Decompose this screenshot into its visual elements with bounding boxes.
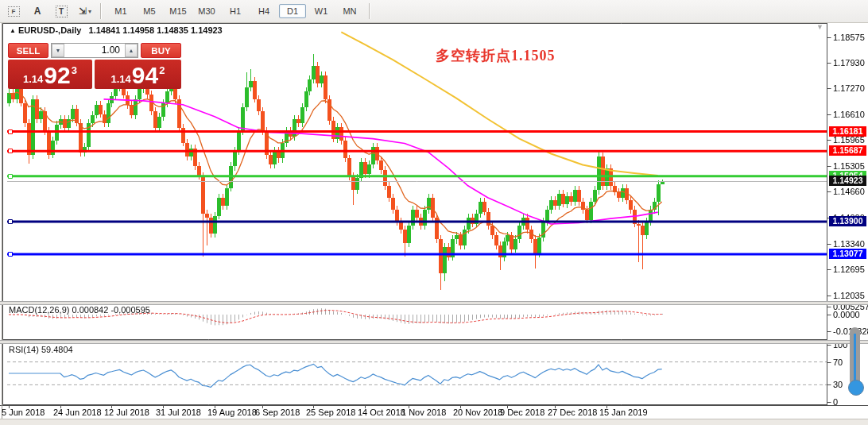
buy-price-display[interactable]: 1.14 94 2	[95, 60, 181, 89]
thermometer-bulb	[848, 380, 864, 396]
rsi-axis-tick: 0	[833, 397, 838, 407]
date-axis-label: 14 Oct 2018	[358, 408, 405, 417]
timeframe-button-m1[interactable]: M1	[107, 4, 134, 18]
price-axis-tick: 1.12695	[833, 265, 865, 274]
macd-axis-tick: 0.0000	[833, 310, 860, 319]
sell-price-sup: 3	[72, 64, 77, 76]
pane-splitter[interactable]	[0, 340, 868, 344]
price-axis-tick: 1.13340	[833, 239, 865, 249]
mt4-terminal: FAT⇲▾ M1M5M15M30H1H4D1W1MN ▲ EURUSD-,Dai…	[0, 0, 868, 425]
timeframe-button-w1[interactable]: W1	[308, 4, 335, 18]
timeframe-button-h1[interactable]: H1	[222, 4, 249, 18]
sell-price-big: 92	[44, 64, 70, 87]
price-badge: 1.15687	[829, 145, 866, 156]
price-badge: 1.13077	[829, 249, 866, 259]
cursor-arrows-icon[interactable]: ⇲▾	[75, 2, 95, 21]
timeframe-button-d1[interactable]: D1	[279, 4, 306, 18]
toolbar: FAT⇲▾ M1M5M15M30H1H4D1W1MN	[0, 0, 868, 23]
date-axis-label: 9 Dec 2018	[500, 408, 544, 417]
timeframe-button-h4[interactable]: H4	[250, 4, 277, 18]
sell-button[interactable]: SELL	[8, 43, 48, 58]
timeframe-button-m5[interactable]: M5	[136, 4, 163, 18]
one-click-trade-panel: SELL ▼ 1.00 ▲ BUY 1.14 92 3 1.14 94 2	[8, 43, 181, 89]
text-label-icon[interactable]: A	[27, 2, 48, 21]
sell-price-prefix: 1.14	[23, 73, 43, 85]
price-badge: 1.13900	[829, 216, 866, 226]
price-axis-tick: 1.16610	[833, 110, 865, 119]
window-border	[2, 23, 2, 419]
chart-annotation-text[interactable]: 多空转折点1.1505	[436, 46, 556, 65]
status-bar	[0, 419, 868, 425]
date-axis-label: 6 Sep 2018	[255, 408, 300, 417]
chart-title: ▲ EURUSD-,Daily 1.14841 1.14958 1.14835 …	[10, 25, 223, 35]
timeframe-group: M1M5M15M30H1H4D1W1MN	[107, 4, 364, 18]
snap-grid-icon[interactable]: F	[3, 2, 24, 21]
buy-price-prefix: 1.14	[111, 73, 131, 85]
macd-label: MACD(12,26,9) 0.000842 -0.000595	[9, 305, 150, 315]
thermometer-stem	[854, 334, 856, 384]
rsi-label: RSI(14) 59.4804	[9, 345, 73, 354]
date-axis-label: 12 Jul 2018	[104, 408, 149, 417]
price-axis-tick: 1.17930	[833, 58, 865, 68]
timeframe-button-m30[interactable]: M30	[193, 4, 220, 18]
date-axis-label: 15 Jan 2019	[599, 408, 648, 417]
price-axis-tick: 1.15305	[833, 161, 865, 171]
date-axis-label: 19 Aug 2018	[207, 408, 257, 417]
date-axis-label: 1 Nov 2018	[401, 408, 446, 417]
thermometer-icon	[847, 327, 863, 396]
price-axis-tick: 1.14660	[833, 187, 865, 196]
snap-grid-icon: F	[8, 6, 20, 17]
volume-input[interactable]: 1.00	[64, 44, 125, 57]
toolbar-separator	[100, 3, 102, 19]
price-axis-tick: 1.18575	[833, 33, 865, 42]
price-axis-tick: 1.17270	[833, 83, 865, 93]
text-box-icon[interactable]: T	[51, 2, 72, 21]
symbol-period-label: EURUSD-,Daily	[18, 25, 81, 35]
volume-decrease-button[interactable]: ▼	[52, 44, 64, 57]
rsi-axis-tick: 70	[833, 357, 843, 367]
buy-button[interactable]: BUY	[141, 43, 181, 58]
price-badge: 1.16181	[829, 126, 866, 137]
dropdown-caret-icon[interactable]: ▾	[88, 8, 91, 15]
timeframe-button-mn[interactable]: MN	[336, 4, 363, 18]
buy-price-big: 94	[132, 64, 158, 87]
volume-increase-button[interactable]: ▲	[125, 44, 138, 57]
collapse-trade-panel-icon[interactable]: ▲	[10, 27, 16, 34]
volume-stepper: ▼ 1.00 ▲	[51, 43, 138, 58]
date-axis-label: 20 Nov 2018	[453, 408, 502, 417]
date-axis-label: 31 Jul 2018	[156, 408, 201, 417]
price-axis-tick: 1.12035	[833, 291, 865, 300]
sell-price-display[interactable]: 1.14 92 3	[8, 60, 92, 89]
buy-price-sup: 2	[159, 64, 165, 76]
price-badge: 1.14923	[829, 176, 866, 186]
date-axis-label: 5 Jun 2018	[2, 408, 45, 417]
toolbar-separator	[369, 3, 370, 19]
timeframe-button-m15[interactable]: M15	[165, 4, 192, 18]
date-axis-label: 27 Dec 2018	[548, 408, 597, 417]
date-axis-label: 24 Jun 2018	[53, 408, 102, 417]
date-axis-label: 25 Sep 2018	[306, 408, 355, 417]
rsi-axis-tick: 30	[833, 380, 843, 389]
ohlc-readout: 1.14841 1.14958 1.14835 1.14923	[89, 25, 223, 35]
text-box-icon: T	[56, 6, 68, 17]
scroll-to-end-icon[interactable]: ▼	[816, 23, 823, 31]
